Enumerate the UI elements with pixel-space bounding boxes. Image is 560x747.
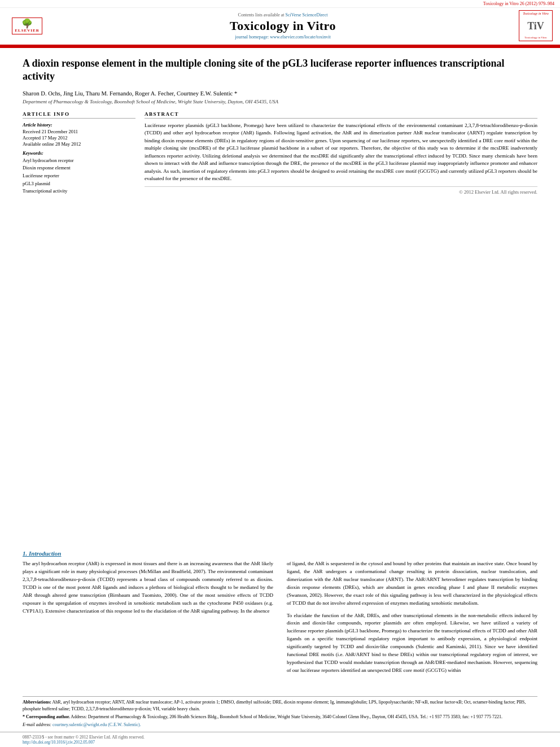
body-right-text-1: of ligand, the AhR is sequestered in the…: [287, 560, 537, 608]
journal-banner: 🌳 ELSEVIER Contents lists available at S…: [0, 8, 560, 43]
affiliation: Department of Pharmacology & Toxicology,…: [23, 99, 537, 104]
body-right-col: of ligand, the AhR is sequestered in the…: [287, 560, 537, 679]
footnotes-section: Abbreviations: AhR, aryl hydrocarbon rec…: [23, 696, 537, 729]
tiv-logo: Toxicology in Vitro TiV Toxicology in Vi…: [519, 10, 553, 41]
abstract-text: Luciferase reporter plasmids (pGL3 backb…: [145, 122, 537, 183]
elsevier-logo: 🌳 ELSEVIER: [5, 10, 50, 41]
page: Toxicology in Vitro 26 (2012) 979–984 🌳 …: [0, 0, 560, 747]
abstract-col: ABSTRACT Luciferase reporter plasmids (p…: [145, 111, 537, 195]
body-two-col: The aryl hydrocarbon receptor (AhR) is e…: [23, 560, 537, 679]
homepage-link[interactable]: www.elsevier.com/locate/toxinvit: [270, 34, 330, 40]
received-date: Received 21 December 2011: [23, 129, 135, 134]
email-text[interactable]: courtney.sulentic@wright.edu (C.E.W. Sul…: [53, 722, 141, 727]
copyright-line: © 2012 Elsevier Ltd. All rights reserved…: [145, 186, 537, 195]
corresponding-text: Address: Department of Pharmacology & To…: [71, 714, 502, 719]
bottom-bar: 0887-2333/$ - see front matter © 2012 El…: [0, 732, 560, 747]
issn-line: 0887-2333/$ - see front matter © 2012 El…: [23, 735, 537, 740]
journal-homepage: journal homepage: www.elsevier.com/locat…: [235, 34, 330, 40]
doi-link[interactable]: http://dx.doi.org/10.1016/j.tiv.2012.05.…: [23, 740, 95, 745]
doi-line: http://dx.doi.org/10.1016/j.tiv.2012.05.…: [23, 740, 537, 745]
email-line: E-mail address: courtney.sulentic@wright…: [23, 722, 537, 728]
body-left-text: The aryl hydrocarbon receptor (AhR) is e…: [23, 560, 273, 615]
abbreviations-line: Abbreviations: AhR, aryl hydrocarbon rec…: [23, 699, 537, 713]
keyword-2: Dioxin response element: [23, 164, 135, 172]
homepage-label: journal homepage:: [235, 34, 269, 40]
keyword-1: Aryl hydrocarbon receptor: [23, 157, 135, 165]
article-info-col: ARTICLE INFO Article history: Received 2…: [23, 111, 135, 195]
journal-main-title: Toxicology in Vitro: [230, 19, 336, 33]
abstract-heading: ABSTRACT: [145, 111, 537, 119]
email-label: E-mail address:: [23, 722, 51, 727]
journal-reference: Toxicology in Vitro 26 (2012) 979–984: [483, 1, 554, 6]
tiv-logo-bottom-text: Toxicology in Vitro: [524, 36, 546, 40]
authors: Sharon D. Ochs, Jing Liu, Tharu M. Ferna…: [23, 90, 537, 97]
journal-logo-right: Toxicology in Vitro TiV Toxicology in Vi…: [516, 10, 555, 41]
article-title: A dioxin response element in the multipl…: [23, 57, 537, 84]
keywords-label: Keywords:: [23, 150, 135, 156]
sciverse-text: Contents lists available at: [238, 12, 285, 18]
article-info-heading: ARTICLE INFO: [23, 111, 135, 119]
journal-header: Toxicology in Vitro 26 (2012) 979–984 🌳 …: [0, 0, 560, 48]
tiv-logo-top-text: Toxicology in Vitro: [523, 12, 548, 16]
body-left-col: The aryl hydrocarbon receptor (AhR) is e…: [23, 560, 273, 679]
red-bar: [0, 45, 560, 47]
tiv-logo-middle-text: TiV: [527, 21, 544, 31]
paper-body: 1. Introduction The aryl hydrocarbon rec…: [0, 550, 560, 691]
elsevier-wordmark: ELSEVIER: [15, 28, 39, 33]
accepted-date: Accepted 17 May 2012: [23, 135, 135, 141]
keyword-3: Luciferase reporter: [23, 172, 135, 180]
top-bar: Toxicology in Vitro 26 (2012) 979–984: [0, 0, 560, 8]
article-content: A dioxin response element in the multipl…: [0, 48, 560, 550]
sciverse-line: Contents lists available at SciVerse Sci…: [238, 12, 328, 18]
elsevier-logo-inner: 🌳 ELSEVIER: [12, 18, 42, 34]
corresponding-label: * Corresponding author.: [23, 714, 70, 719]
elsevier-tree-icon: 🌳: [15, 19, 39, 28]
body-right-text-2: To elucidate the function of the AhR, DR…: [287, 612, 537, 675]
corresponding-line: * Corresponding author. Address: Departm…: [23, 714, 537, 720]
abbreviations-text: AhR, aryl hydrocarbon receptor; ARNT, Ah…: [23, 700, 526, 711]
intro-heading: 1. Introduction: [23, 550, 537, 557]
two-col-section: ARTICLE INFO Article history: Received 2…: [23, 111, 537, 195]
keyword-4: pGL3 plasmid: [23, 180, 135, 188]
sciverse-link[interactable]: SciVerse ScienceDirect: [286, 12, 328, 18]
abbreviations-label: Abbreviations:: [23, 700, 51, 705]
journal-title-area: Contents lists available at SciVerse Sci…: [54, 10, 511, 41]
available-date: Available online 28 May 2012: [23, 141, 135, 147]
keyword-5: Transcriptional activity: [23, 187, 135, 195]
history-label: Article history:: [23, 122, 135, 128]
keywords-list: Aryl hydrocarbon receptor Dioxin respons…: [23, 157, 135, 195]
